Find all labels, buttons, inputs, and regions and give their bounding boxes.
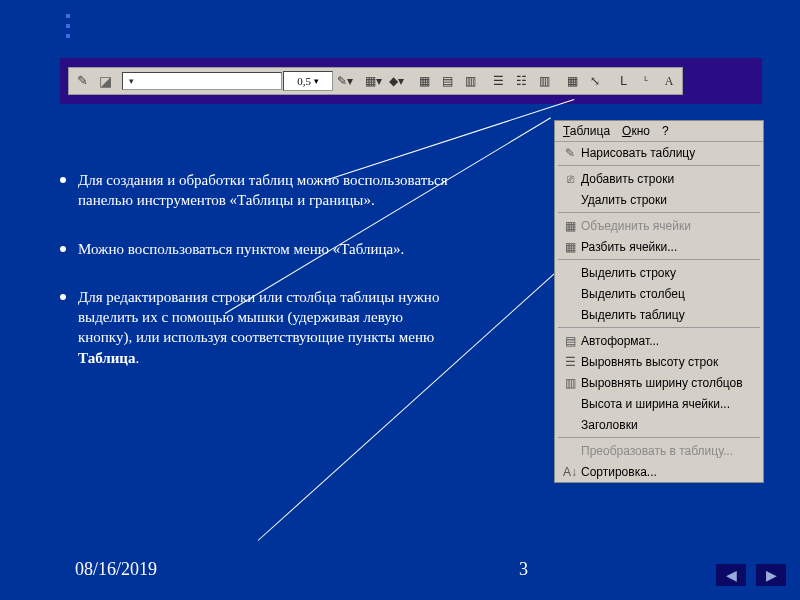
- menu-item-label: Сортировка...: [581, 465, 757, 479]
- menu-top-help[interactable]: ?: [662, 124, 669, 138]
- menu-item-label: Выровнять ширину столбцов: [581, 376, 757, 390]
- list-item: Для создания и обработки таблиц можно во…: [60, 170, 460, 211]
- border-color-icon[interactable]: ✎▾: [334, 70, 356, 92]
- sort-asc-icon[interactable]: Ⅼ: [612, 70, 634, 92]
- prev-button[interactable]: ◀: [716, 564, 746, 586]
- bullet-text: Можно воспользоваться пунктом меню «Табл…: [78, 239, 404, 259]
- decorative-bullets: [66, 8, 70, 44]
- menu-top-window[interactable]: Окно: [622, 124, 650, 138]
- menu-item-label: Разбить ячейки...: [581, 240, 757, 254]
- list-item: Можно воспользоваться пунктом меню «Табл…: [60, 239, 460, 259]
- menu-item-label: Высота и ширина ячейки...: [581, 397, 757, 411]
- menu-item[interactable]: Выделить столбец: [555, 283, 763, 304]
- menu-bar: Таблица Окно ?: [555, 121, 763, 142]
- menu-item-icon: A↓: [559, 465, 581, 479]
- menu-item-icon: ▦: [559, 240, 581, 254]
- menu-item-label: Заголовки: [581, 418, 757, 432]
- toolbar-band: ✎ ◪ ▾ 0,5▾ ✎▾ ▦▾ ◆▾ ▦ ▤ ▥ ☰ ☷ ▥ ▦ ⤡ Ⅼ ᴸ …: [60, 58, 762, 104]
- menu-item-icon: ✎: [559, 146, 581, 160]
- draw-table-icon[interactable]: ✎: [71, 70, 93, 92]
- merge-cells-icon[interactable]: ▤: [436, 70, 458, 92]
- list-item: Для редактирования строки или столбца та…: [60, 287, 460, 368]
- split-cells-icon[interactable]: ▥: [459, 70, 481, 92]
- line-style-combo[interactable]: ▾: [122, 72, 282, 90]
- menu-top-table[interactable]: Таблица: [563, 124, 610, 138]
- menu-item-label: Нарисовать таблицу: [581, 146, 757, 160]
- footer-date: 08/16/2019: [75, 559, 157, 580]
- menu-item[interactable]: Заголовки: [555, 414, 763, 435]
- pointer-line-1: [325, 99, 574, 181]
- menu-item-label: Удалить строки: [581, 193, 757, 207]
- menu-item[interactable]: Высота и ширина ячейки...: [555, 393, 763, 414]
- menu-item[interactable]: ⎚Добавить строки: [555, 168, 763, 189]
- nav-buttons: ◀ ▶: [716, 564, 786, 586]
- menu-item-label: Преобразовать в таблицу...: [581, 444, 757, 458]
- autosum-icon[interactable]: А: [658, 70, 680, 92]
- menu-item: Преобразовать в таблицу...: [555, 440, 763, 461]
- menu-item[interactable]: ▦Разбить ячейки...: [555, 236, 763, 257]
- slide-content: Для создания и обработки таблиц можно во…: [60, 170, 460, 396]
- dist-cols-icon[interactable]: ▥: [533, 70, 555, 92]
- text-direction-icon[interactable]: ⤡: [584, 70, 606, 92]
- menu-item-label: Выровнять высоту строк: [581, 355, 757, 369]
- line-width-combo[interactable]: 0,5▾: [283, 71, 333, 91]
- dist-rows-icon[interactable]: ☷: [510, 70, 532, 92]
- menu-item-label: Выделить строку: [581, 266, 757, 280]
- sort-desc-icon[interactable]: ᴸ: [635, 70, 657, 92]
- shading-color-icon[interactable]: ◆▾: [385, 70, 407, 92]
- menu-item[interactable]: Выделить таблицу: [555, 304, 763, 325]
- menu-item-icon: ▥: [559, 376, 581, 390]
- menu-item[interactable]: Удалить строки: [555, 189, 763, 210]
- menu-item-icon: ▦: [559, 219, 581, 233]
- outside-border-icon[interactable]: ▦▾: [362, 70, 384, 92]
- menu-item-label: Выделить столбец: [581, 287, 757, 301]
- menu-item[interactable]: A↓Сортировка...: [555, 461, 763, 482]
- menu-item[interactable]: ☰Выровнять высоту строк: [555, 351, 763, 372]
- menu-item-icon: ⎚: [559, 172, 581, 186]
- table-menu: Таблица Окно ? ✎Нарисовать таблицу⎚Добав…: [554, 120, 764, 483]
- menu-item-label: Объединить ячейки: [581, 219, 757, 233]
- bullet-text: Для создания и обработки таблиц можно во…: [78, 170, 460, 211]
- page-number: 3: [519, 559, 528, 580]
- menu-item-icon: ▤: [559, 334, 581, 348]
- tables-borders-toolbar: ✎ ◪ ▾ 0,5▾ ✎▾ ▦▾ ◆▾ ▦ ▤ ▥ ☰ ☷ ▥ ▦ ⤡ Ⅼ ᴸ …: [68, 67, 683, 95]
- menu-item[interactable]: ▥Выровнять ширину столбцов: [555, 372, 763, 393]
- bullet-text: Для редактирования строки или столбца та…: [78, 287, 460, 368]
- autoformat-icon[interactable]: ▦: [561, 70, 583, 92]
- insert-table-icon[interactable]: ▦: [413, 70, 435, 92]
- menu-item[interactable]: ✎Нарисовать таблицу: [555, 142, 763, 163]
- menu-item: ▦Объединить ячейки: [555, 215, 763, 236]
- menu-item-label: Выделить таблицу: [581, 308, 757, 322]
- menu-item[interactable]: ▤Автоформат...: [555, 330, 763, 351]
- next-button[interactable]: ▶: [756, 564, 786, 586]
- eraser-icon[interactable]: ◪: [94, 70, 116, 92]
- menu-item[interactable]: Выделить строку: [555, 262, 763, 283]
- align-top-icon[interactable]: ☰: [487, 70, 509, 92]
- menu-item-label: Автоформат...: [581, 334, 757, 348]
- menu-item-label: Добавить строки: [581, 172, 757, 186]
- menu-item-icon: ☰: [559, 355, 581, 369]
